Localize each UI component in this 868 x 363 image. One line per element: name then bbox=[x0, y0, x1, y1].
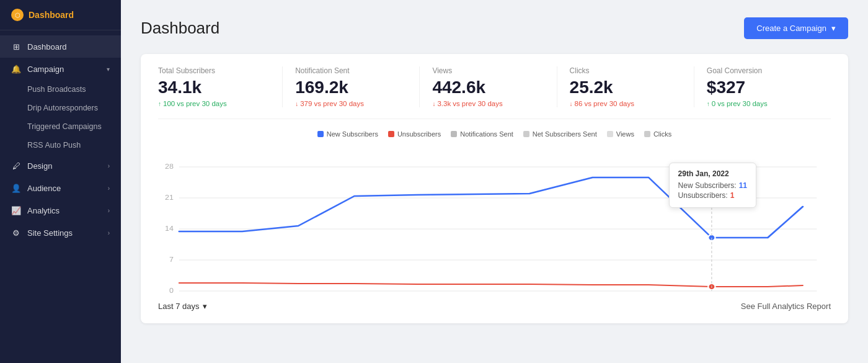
sidebar-item-audience[interactable]: 👤 Audience › bbox=[0, 177, 121, 199]
stat-change-goal-conversion: ↑ 0 vs prev 30 days bbox=[707, 100, 818, 107]
sidebar-campaign-label: Campaign bbox=[27, 65, 64, 74]
dashboard-nav-icon: ⊞ bbox=[11, 42, 21, 52]
sidebar-item-triggered-campaigns[interactable]: Triggered Campaigns bbox=[0, 117, 121, 136]
stat-change-clicks: ↓ 86 vs prev 30 days bbox=[570, 100, 681, 107]
audience-icon: 👤 bbox=[11, 183, 21, 193]
svg-text:21: 21 bbox=[165, 194, 174, 201]
legend-label-new-subscribers: New Subscribers bbox=[327, 130, 378, 138]
design-icon: 🖊 bbox=[11, 161, 21, 171]
legend-dot-unsubscribers bbox=[388, 131, 394, 137]
page-title: Dashboard bbox=[141, 19, 219, 38]
up-arrow-icon2: ↑ bbox=[707, 101, 710, 107]
legend-dot-net-subscribers bbox=[523, 131, 529, 137]
sidebar-item-campaign[interactable]: 🔔 Campaign ▾ bbox=[0, 58, 121, 80]
chevron-down-icon-btn: ▾ bbox=[831, 24, 836, 33]
stat-label-views: Views bbox=[432, 66, 544, 75]
down-arrow-icon: ↓ bbox=[295, 101, 298, 107]
stat-label-clicks: Clicks bbox=[570, 66, 681, 75]
legend-label-notifications-sent: Notifications Sent bbox=[460, 130, 513, 138]
chevron-right-icon2: › bbox=[108, 185, 110, 192]
chart-legend: New Subscribers Unsubscribers Notificati… bbox=[158, 130, 831, 138]
sidebar-nav: ⊞ Dashboard 🔔 Campaign ▾ Push Broadcasts… bbox=[0, 30, 121, 363]
date-range-label: Last 7 days bbox=[158, 302, 200, 311]
legend-clicks: Clicks bbox=[644, 130, 671, 138]
sidebar-item-dashboard[interactable]: ⊞ Dashboard bbox=[0, 35, 121, 58]
sidebar-settings-label: Site Settings bbox=[27, 228, 73, 238]
up-arrow-icon: ↑ bbox=[158, 101, 161, 107]
stat-change-views: ↓ 3.3k vs prev 30 days bbox=[432, 100, 544, 107]
chevron-right-icon4: › bbox=[108, 230, 110, 236]
stat-value-views: 442.6k bbox=[432, 78, 544, 97]
stat-value-goal-conversion: $327 bbox=[707, 78, 818, 97]
svg-text:14: 14 bbox=[165, 225, 174, 232]
sidebar-design-label: Design bbox=[27, 161, 52, 171]
legend-notifications-sent: Notifications Sent bbox=[451, 130, 513, 138]
stat-label-total-subscribers: Total Subscribers bbox=[158, 66, 270, 75]
sidebar-analytics-label: Analytics bbox=[27, 206, 60, 215]
create-campaign-button[interactable]: Create a Campaign ▾ bbox=[744, 17, 848, 39]
stat-total-subscribers: Total Subscribers 34.1k ↑ 100 vs prev 30… bbox=[158, 66, 282, 107]
dashboard-icon: ⬡ bbox=[11, 9, 24, 21]
sidebar: ⬡ Dashboard ⊞ Dashboard 🔔 Campaign ▾ Pus… bbox=[0, 0, 121, 363]
legend-label-clicks: Clicks bbox=[653, 130, 671, 138]
see-full-analytics-link[interactable]: See Full Analytics Report bbox=[741, 302, 831, 311]
sidebar-title: Dashboard bbox=[29, 10, 74, 20]
analytics-icon: 📈 bbox=[11, 205, 21, 215]
sidebar-item-design[interactable]: 🖊 Design › bbox=[0, 155, 121, 177]
stat-goal-conversion: Goal Conversion $327 ↑ 0 vs prev 30 days bbox=[694, 66, 831, 107]
stat-label-notification-sent: Notification Sent bbox=[295, 66, 407, 75]
legend-dot-clicks bbox=[644, 131, 650, 137]
svg-text:28: 28 bbox=[165, 163, 174, 170]
legend-label-net-subscribers: Net Subscribers Sent bbox=[533, 130, 597, 138]
sidebar-item-analytics[interactable]: 📈 Analytics › bbox=[0, 199, 121, 222]
chevron-right-icon3: › bbox=[108, 207, 110, 214]
stat-value-notification-sent: 169.2k bbox=[295, 78, 407, 97]
chevron-right-icon: › bbox=[108, 163, 110, 169]
sidebar-header: ⬡ Dashboard bbox=[0, 0, 121, 30]
legend-new-subscribers: New Subscribers bbox=[317, 130, 378, 138]
stat-change-notification-sent: ↓ 379 vs prev 30 days bbox=[295, 100, 407, 107]
down-arrow-icon3: ↓ bbox=[570, 101, 573, 107]
stat-clicks: Clicks 25.2k ↓ 86 vs prev 30 days bbox=[557, 66, 694, 107]
legend-unsubscribers: Unsubscribers bbox=[388, 130, 441, 138]
stat-views: Views 442.6k ↓ 3.3k vs prev 30 days bbox=[419, 66, 556, 107]
svg-text:0: 0 bbox=[169, 287, 174, 294]
sidebar-item-site-settings[interactable]: ⚙ Site Settings › bbox=[0, 222, 121, 244]
chart-container: 0 7 14 21 28 25th Jan, 2022 26th Jan, 20… bbox=[158, 145, 831, 294]
chart-footer: Last 7 days ▾ See Full Analytics Report bbox=[158, 302, 831, 311]
sidebar-item-push-broadcasts[interactable]: Push Broadcasts bbox=[0, 80, 121, 99]
legend-label-unsubscribers: Unsubscribers bbox=[397, 130, 441, 138]
svg-text:7: 7 bbox=[169, 256, 174, 263]
legend-views: Views bbox=[607, 130, 634, 138]
main-header: Dashboard Create a Campaign ▾ bbox=[141, 17, 848, 39]
campaign-icon: 🔔 bbox=[11, 64, 21, 74]
down-arrow-icon2: ↓ bbox=[432, 101, 435, 107]
stat-label-goal-conversion: Goal Conversion bbox=[707, 66, 818, 75]
stat-value-total-subscribers: 34.1k bbox=[158, 78, 270, 97]
legend-dot-new-subscribers bbox=[317, 131, 324, 137]
stat-value-clicks: 25.2k bbox=[570, 78, 681, 97]
legend-dot-notifications-sent bbox=[451, 131, 457, 137]
legend-dot-views bbox=[607, 131, 613, 137]
stats-card: Total Subscribers 34.1k ↑ 100 vs prev 30… bbox=[141, 54, 848, 323]
legend-label-views: Views bbox=[616, 130, 634, 138]
chevron-down-icon-date: ▾ bbox=[203, 302, 207, 311]
date-range-button[interactable]: Last 7 days ▾ bbox=[158, 302, 207, 311]
sidebar-item-rss-auto-push[interactable]: RSS Auto Push bbox=[0, 136, 121, 155]
sidebar-item-drip-autoresponders[interactable]: Drip Autoresponders bbox=[0, 99, 121, 117]
sidebar-dashboard-label: Dashboard bbox=[27, 42, 67, 52]
chart-svg: 0 7 14 21 28 25th Jan, 2022 26th Jan, 20… bbox=[158, 145, 831, 294]
main-content: Dashboard Create a Campaign ▾ Total Subs… bbox=[121, 0, 868, 363]
legend-net-subscribers: Net Subscribers Sent bbox=[523, 130, 597, 138]
chevron-down-icon: ▾ bbox=[107, 66, 110, 73]
settings-icon: ⚙ bbox=[11, 228, 21, 238]
sidebar-audience-label: Audience bbox=[27, 184, 61, 193]
stat-change-total-subscribers: ↑ 100 vs prev 30 days bbox=[158, 100, 270, 107]
stats-row: Total Subscribers 34.1k ↑ 100 vs prev 30… bbox=[158, 66, 831, 119]
stat-notification-sent: Notification Sent 169.2k ↓ 379 vs prev 3… bbox=[282, 66, 419, 107]
